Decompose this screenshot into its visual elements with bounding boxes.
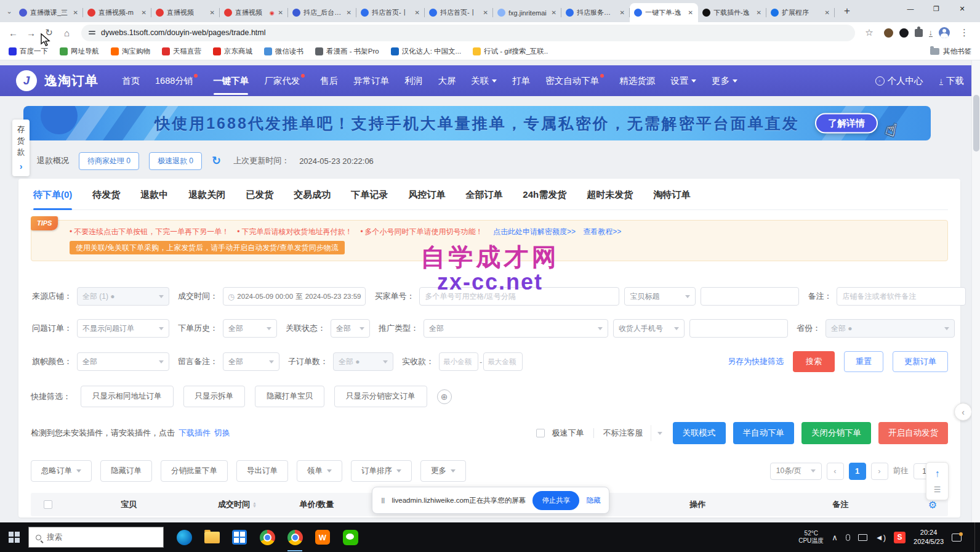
pending-merchant-chip[interactable]: 待商家处理 0 <box>79 152 139 170</box>
browser-tab[interactable]: 抖店首页-丨✕ <box>425 3 493 22</box>
hide-share-link[interactable]: 隐藏 <box>586 496 600 505</box>
app-logo[interactable]: J <box>16 70 37 91</box>
nav-item-关联[interactable]: 关联 <box>471 75 497 87</box>
bookmark-item[interactable]: 天猫直营 <box>162 47 201 56</box>
site-info-icon[interactable] <box>89 31 95 34</box>
taskbar-search[interactable]: 搜索 <box>28 527 164 548</box>
filter-select[interactable]: 收货人手机号 <box>613 319 685 338</box>
nav-item-大屏[interactable]: 大屏 <box>438 75 456 87</box>
browser-tab[interactable]: 直播视频-m✕ <box>83 3 151 22</box>
browser-tab[interactable]: 直播微课_三✕ <box>15 3 83 22</box>
hidden-icons-chevron[interactable]: ∧ <box>832 533 838 542</box>
fast-order-checkbox[interactable] <box>536 429 545 437</box>
tab-close-icon[interactable]: ✕ <box>73 9 79 16</box>
taskbar-app-wechat-icon[interactable] <box>341 523 359 551</box>
date-range-input[interactable]: ◷2024-05-09 00:00至2024-05-23 23:59 <box>223 287 366 306</box>
nav-item-更多[interactable]: 更多 <box>712 75 737 87</box>
nav-item-打单[interactable]: 打单 <box>512 75 530 87</box>
toolbar-button-订单排序[interactable]: 订单排序 <box>351 460 412 482</box>
tab-close-icon[interactable]: ✕ <box>278 9 284 16</box>
tab-close-icon[interactable]: ✕ <box>551 9 557 16</box>
nav-item-异常订单[interactable]: 异常订单 <box>353 75 389 87</box>
order-tab-淘特订单[interactable]: 淘特订单 <box>653 189 690 209</box>
extensions-puzzle-icon[interactable] <box>915 29 923 37</box>
toolbar-button-分销批量下单[interactable]: 分销批量下单 <box>161 460 228 482</box>
filter-input[interactable] <box>701 287 799 306</box>
action-center-icon[interactable] <box>952 534 962 542</box>
scrollbar-thumb[interactable] <box>973 95 979 152</box>
filter-select[interactable]: 全部 ● <box>333 352 393 371</box>
order-tab-交易成功[interactable]: 交易成功 <box>294 189 331 209</box>
current-page-button[interactable]: 1 <box>849 463 866 480</box>
nav-item-1688分销[interactable]: 1688分销 <box>155 75 198 87</box>
bookmark-item[interactable]: 网址导航 <box>60 47 99 56</box>
toolbar-button-忽略订单[interactable]: 忽略订单 <box>31 460 92 482</box>
bookmark-item[interactable]: 汉化达人: 中国文... <box>391 47 461 56</box>
order-tab-已发货[interactable]: 已发货 <box>246 189 273 209</box>
back-to-top-icon[interactable]: ↑ <box>935 468 940 479</box>
toolbar-button-领单[interactable]: 领单 <box>297 460 342 482</box>
toolbar-button-更多[interactable]: 更多 <box>420 460 466 482</box>
home-button[interactable]: ⌂ <box>58 25 75 41</box>
tab-close-icon[interactable]: ✕ <box>209 9 215 16</box>
microphone-icon[interactable] <box>846 534 850 541</box>
nav-item-精选货源[interactable]: 精选货源 <box>619 75 655 87</box>
nav-item-密文自动下单[interactable]: 密文自动下单 <box>545 75 604 87</box>
nav-item-厂家代发[interactable]: 厂家代发 <box>264 75 305 87</box>
mode-button-关联模式[interactable]: 关联模式 <box>673 422 726 444</box>
bookmark-item[interactable]: 百度一下 <box>9 47 48 56</box>
order-tab-全部订单[interactable]: 全部订单 <box>465 189 502 209</box>
minimize-button[interactable]: — <box>898 0 923 17</box>
downloads-icon[interactable]: ↓ <box>929 29 933 37</box>
download-link[interactable]: ↓ 下载 <box>939 75 965 87</box>
filter-input[interactable] <box>419 287 619 306</box>
close-button[interactable]: ✕ <box>949 0 975 17</box>
menu-icon[interactable]: ☰ <box>934 485 941 494</box>
nav-item-一键下单[interactable]: 一键下单 <box>213 75 249 87</box>
profile-avatar[interactable] <box>939 27 950 38</box>
service-mark-select[interactable]: 不标注客服 <box>603 428 643 439</box>
taskbar-clock[interactable]: 20:24 2024/5/23 <box>914 528 944 546</box>
apply-decrypt-link[interactable]: 点击此处申请解密额度>> <box>493 227 576 236</box>
tab-close-icon[interactable]: ✕ <box>414 9 420 16</box>
address-bar[interactable]: dywebs.1tsoft.com/douyin-web/pages/trade… <box>81 25 855 41</box>
taskbar-app-wps-icon[interactable]: W <box>313 523 332 551</box>
taskbar-app-chrome-icon[interactable] <box>258 523 276 551</box>
refresh-icon[interactable]: ↻ <box>212 154 221 168</box>
stop-sharing-button[interactable]: 停止共享 <box>532 491 579 510</box>
order-tab-退款中[interactable]: 退款中 <box>140 189 168 209</box>
cpu-temp-widget[interactable]: 52°C CPU温度 <box>798 530 824 545</box>
display-icon[interactable] <box>858 534 867 541</box>
tab-close-icon[interactable]: ✕ <box>346 9 352 16</box>
tab-close-icon[interactable]: ✕ <box>756 9 762 16</box>
nav-item-首页[interactable]: 首页 <box>122 75 140 87</box>
next-page-button[interactable]: › <box>871 463 888 480</box>
expand-arrow-icon[interactable]: › <box>20 161 23 172</box>
forward-button[interactable]: → <box>23 25 39 41</box>
bookmark-item[interactable]: 微信读书 <box>264 47 303 56</box>
taskbar-app-store-icon[interactable] <box>230 523 249 551</box>
browser-tab[interactable]: 抖店服务市场✕ <box>561 3 630 22</box>
mode-button-开启自动发货[interactable]: 开启自动发货 <box>878 422 948 444</box>
taskbar-app-chrome-icon[interactable] <box>286 523 304 551</box>
toolbar-button-隐藏订单[interactable]: 隐藏订单 <box>100 460 152 482</box>
order-tab-待下单(0)[interactable]: 待下单(0) <box>33 189 72 209</box>
quick-filter-chip[interactable]: 只显示相同地址订单 <box>81 386 174 407</box>
quick-filter-chip[interactable]: 只显示分销密文订单 <box>334 386 427 407</box>
speaker-icon[interactable]: ◄) <box>875 533 886 542</box>
bookmark-item[interactable]: 看漫画 - 书架Pro <box>315 47 379 56</box>
filter-select[interactable]: 全部 <box>77 352 169 371</box>
tab-search-icon[interactable]: ⌄ <box>4 7 15 15</box>
order-tab-退款关闭[interactable]: 退款关闭 <box>188 189 225 209</box>
browser-tab[interactable]: 直播视频✕ <box>151 3 220 22</box>
browser-menu-icon[interactable]: ⋮ <box>956 25 973 41</box>
show-desktop-button[interactable] <box>974 522 978 552</box>
max-amount-input[interactable] <box>483 352 523 371</box>
save-quick-filter-link[interactable]: 另存为快捷筛选 <box>728 356 784 367</box>
filter-select[interactable]: 全部 <box>223 319 277 338</box>
filter-select[interactable]: 全部 ● <box>825 319 955 338</box>
extension-tampermonkey-icon[interactable] <box>884 28 893 38</box>
banner-cta-button[interactable]: 了解详情 <box>815 113 878 134</box>
select-all-checkbox[interactable] <box>44 500 52 509</box>
browser-tab[interactable]: 扩展程序✕ <box>766 3 835 22</box>
